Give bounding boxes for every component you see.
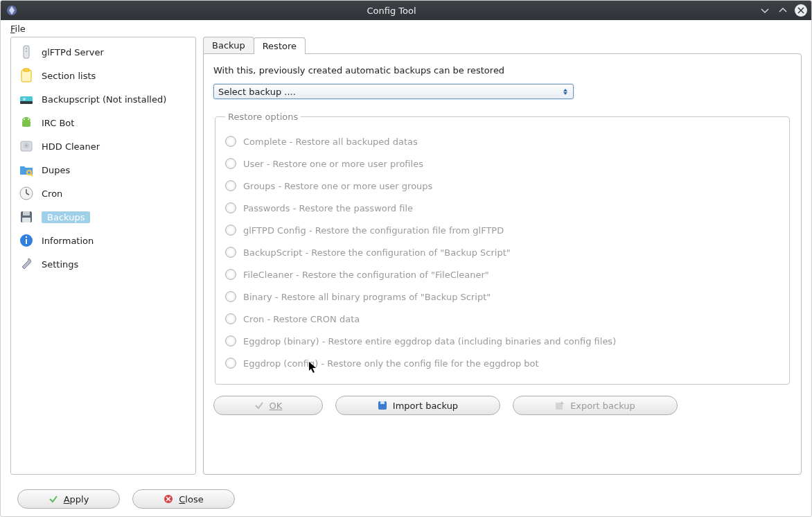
restore-options-legend: Restore options [225,112,301,122]
sidebar-item-label: Settings [42,259,78,270]
radio-icon [225,202,236,213]
radio-icon [225,225,236,236]
option-label: BackupScript - Restore the configuration… [243,247,511,258]
option-passwords[interactable]: Passwords - Restore the password file [225,197,779,219]
svg-rect-9 [22,121,30,127]
radio-icon [225,313,236,324]
sidebar-item-settings[interactable]: Settings [14,252,193,276]
option-eggdrop-config[interactable]: Eggdrop (config) - Restore only the conf… [225,352,779,374]
radio-icon [225,291,236,302]
tab-backup[interactable]: Backup [203,37,254,53]
svg-point-10 [24,119,25,120]
backup-select[interactable]: Select backup .... [213,84,574,99]
option-cron[interactable]: Cron - Restore CRON data [225,308,779,330]
option-label: FileCleaner - Restore the configuration … [243,270,489,280]
svg-rect-21 [23,211,30,216]
svg-rect-22 [22,218,30,222]
tabs: Backup Restore [203,37,802,53]
folder-find-icon [18,161,35,178]
svg-rect-27 [380,401,385,404]
restore-options-group: Restore options Complete - Restore all b… [215,112,790,385]
option-label: Complete - Restore all backuped datas [243,137,418,147]
option-label: Groups - Restore one or more user groups [243,181,432,191]
window-title: Config Tool [24,6,759,16]
option-label: Eggdrop (binary) - Restore entire eggdro… [243,336,616,347]
close-dialog-button[interactable]: Close [132,489,235,509]
radio-icon [225,158,236,169]
import-icon [378,401,387,410]
sidebar-item-label: HDD Cleaner [42,141,100,152]
svg-rect-25 [26,236,27,238]
export-backup-button[interactable]: Export backup [513,396,678,415]
save-icon [18,209,35,225]
panel-description: With this, previously created automatic … [213,65,791,76]
svg-rect-5 [24,69,29,71]
svg-point-2 [26,48,27,49]
minimize-button[interactable] [759,4,771,17]
option-complete[interactable]: Complete - Restore all backuped datas [225,130,779,152]
radio-icon [225,269,236,280]
sidebar-item-dupes[interactable]: Dupes [14,158,193,182]
import-backup-button[interactable]: Import backup [335,396,500,415]
radio-icon [225,335,236,347]
sidebar-item-label: Backups [42,211,90,223]
option-eggdrop-binary[interactable]: Eggdrop (binary) - Restore entire eggdro… [225,330,779,352]
harddrive-icon [18,138,35,155]
sidebar-item-label: Cron [42,189,62,199]
sidebar-item-information[interactable]: Information [14,229,193,252]
export-icon [555,401,565,410]
sidebar-item-label: Information [42,236,94,246]
tab-restore[interactable]: Restore [254,37,306,54]
option-user[interactable]: User - Restore one or more user profiles [225,152,779,175]
server-icon [18,44,35,60]
sidebar-item-glftpd-server[interactable]: glFTPd Server [14,40,193,64]
restore-panel: With this, previously created automatic … [203,53,802,475]
apply-button[interactable]: Apply [17,489,120,509]
option-label: Cron - Restore CRON data [243,314,360,324]
option-backupscript[interactable]: BackupScript - Restore the configuration… [225,241,779,263]
radio-icon [225,136,236,147]
sidebar: glFTPd Server Section lists [10,37,196,475]
option-label: Passwords - Restore the password file [243,203,413,213]
button-label: OK [270,401,283,411]
titlebar: Config Tool [1,1,811,20]
clock-icon [18,185,35,202]
svg-point-8 [23,98,26,100]
option-glftpd-config[interactable]: glFTPD Config - Restore the configuratio… [225,219,779,241]
ok-button[interactable]: OK [213,396,323,415]
sidebar-item-hdd-cleaner[interactable]: HDD Cleaner [14,134,193,158]
sidebar-item-section-lists[interactable]: Section lists [14,64,193,87]
option-label: User - Restore one or more user profiles [243,159,423,169]
sidebar-item-backupscript[interactable]: Backupscript (Not installed) [14,87,193,111]
svg-rect-4 [21,70,31,82]
sidebar-item-irc-bot[interactable]: IRC Bot [14,111,193,134]
svg-point-14 [26,145,27,146]
option-binary[interactable]: Binary - Restore all binary programs of … [225,286,779,308]
radio-icon [225,180,236,191]
svg-rect-24 [26,239,27,244]
drive-icon [18,91,35,107]
option-groups[interactable]: Groups - Restore one or more user groups [225,175,779,197]
maximize-button[interactable] [777,4,789,17]
menu-file[interactable]: File [6,22,30,35]
app-icon [5,3,19,17]
option-label: glFTPD Config - Restore the configuratio… [243,225,504,236]
android-icon [18,114,35,131]
option-filecleaner[interactable]: FileCleaner - Restore the configuration … [225,263,779,286]
sidebar-item-backups[interactable]: Backups [14,205,193,229]
option-label: Eggdrop (config) - Restore only the conf… [243,358,539,369]
sidebar-item-label: Dupes [42,165,70,175]
dialog-footer: Apply Close [1,482,811,516]
svg-point-3 [26,51,27,52]
sidebar-item-label: Backupscript (Not installed) [42,94,166,105]
check-icon [254,401,264,410]
sidebar-item-cron[interactable]: Cron [14,182,193,205]
option-label: Binary - Restore all binary programs of … [243,292,491,302]
button-label: Export backup [570,401,635,411]
menubar: File [1,20,811,37]
info-icon [18,232,35,249]
button-label: Import backup [393,401,458,411]
close-button[interactable] [795,4,807,17]
spinner-icon [561,86,570,97]
apply-icon [48,494,58,504]
